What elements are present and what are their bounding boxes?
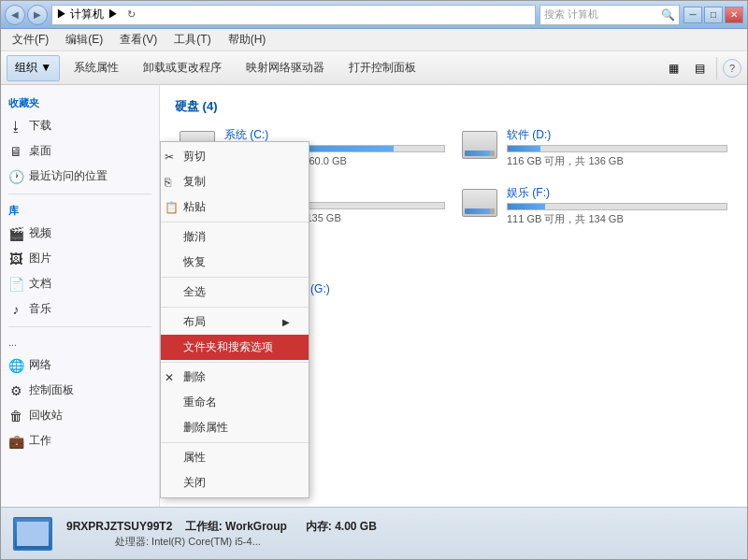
forward-button[interactable]: ▶ — [27, 5, 48, 25]
recycle-icon: 🗑 — [8, 409, 23, 424]
sidebar-item-download[interactable]: ⭳ 下载 — [1, 114, 159, 137]
view-list-button[interactable]: ▤ — [688, 58, 711, 79]
help-button[interactable]: ? — [723, 59, 741, 78]
sidebar-item-video[interactable]: 🎬 视频 — [1, 222, 159, 245]
dd-close-label: 关闭 — [183, 475, 206, 491]
dd-remove-props[interactable]: 删除属性 — [161, 415, 309, 440]
uninstall-button[interactable]: 卸载或更改程序 — [133, 55, 232, 81]
f-bar-bg — [465, 208, 495, 214]
cut-icon: ✂ — [165, 151, 174, 164]
dd-redo[interactable]: 恢复 — [161, 250, 309, 275]
window-controls: ─ □ ✕ — [683, 7, 743, 23]
dd-layout[interactable]: 布局 ▶ — [161, 309, 309, 335]
sidebar-item-video-label: 视频 — [29, 225, 51, 241]
search-icon[interactable]: 🔍 — [661, 8, 675, 22]
sidebar-item-documents[interactable]: 📄 文档 — [1, 272, 159, 295]
organize-button[interactable]: 组织 ▼ — [7, 55, 60, 81]
paste-icon: 📋 — [165, 201, 179, 214]
toolbar-right: ▦ ▤ ? — [662, 57, 741, 79]
dd-rename-label: 重命名 — [183, 395, 217, 410]
toolbar: 组织 ▼ 系统属性 卸载或更改程序 映射网络驱动器 打开控制面板 ▦ ▤ ? — [1, 51, 747, 85]
dd-copy-label: 复制 — [183, 174, 206, 190]
drive-d-space: 116 GB 可用，共 136 GB — [507, 154, 727, 168]
hard-disks-header: 硬盘 (4) — [175, 98, 732, 115]
computer-status-icon — [10, 513, 55, 554]
menu-tools[interactable]: 工具(T) — [166, 30, 218, 50]
dd-copy[interactable]: ⎘ 复制 — [161, 169, 309, 194]
hdd-shape-f — [462, 189, 497, 217]
dd-undo[interactable]: 撤消 — [161, 224, 309, 250]
sidebar-item-desktop[interactable]: 🖥 桌面 — [1, 139, 159, 163]
dd-folder-options[interactable]: 文件夹和搜索选项 — [161, 335, 309, 360]
dd-cut-label: 剪切 — [183, 149, 206, 165]
sidebar-item-recent[interactable]: 🕐 最近访问的位置 — [1, 165, 159, 188]
sidebar-item-music[interactable]: ♪ 音乐 — [1, 297, 159, 321]
memory-text: 内存: 4.00 GB — [306, 520, 377, 533]
sidebar-item-network-label: 网络 — [29, 357, 51, 373]
delete-icon: ✕ — [165, 371, 174, 384]
control-panel-icon: ⚙ — [8, 383, 23, 398]
drive-d-icon — [462, 131, 499, 165]
drive-d[interactable]: 软件 (D:) 116 GB 可用，共 136 GB — [457, 122, 732, 173]
processor-text: 处理器: Intel(R) Core(TM) i5-4... — [115, 536, 261, 547]
title-bar: ◀ ▶ ▶ 计算机 ▶ ↻ 搜索 计算机 🔍 ─ □ ✕ — [1, 1, 747, 29]
sidebar-item-network[interactable]: 🌐 网络 — [1, 353, 159, 377]
sidebar-item-pictures[interactable]: 🖼 图片 — [1, 247, 159, 270]
nav-buttons: ◀ ▶ — [5, 5, 48, 25]
menu-help[interactable]: 帮助(H) — [221, 30, 274, 50]
pictures-icon: 🖼 — [8, 251, 23, 266]
drive-f-icon — [462, 189, 499, 223]
refresh-button[interactable]: ↻ — [122, 6, 141, 24]
address-bar[interactable]: ▶ 计算机 ▶ ↻ — [51, 5, 536, 25]
dd-close[interactable]: 关闭 — [161, 470, 309, 495]
sidebar: 收藏夹 ⭳ 下载 🖥 桌面 🕐 最近访问的位置 库 🎬 视频 🖼 图片 — [1, 85, 160, 507]
status-info: 9RXPRJZTSUY99T2 工作组: WorkGroup 内存: 4.00 … — [66, 519, 738, 549]
desktop-icon: 🖥 — [8, 144, 23, 159]
menu-file[interactable]: 文件(F) — [5, 30, 56, 50]
control-panel-button[interactable]: 打开控制面板 — [338, 55, 426, 81]
dd-properties[interactable]: 属性 — [161, 445, 309, 470]
sidebar-item-work[interactable]: 💼 工作 — [1, 429, 159, 452]
network-icon: 🌐 — [8, 358, 23, 373]
sidebar-item-control-panel[interactable]: ⚙ 控制面板 — [1, 379, 159, 402]
sidebar-item-recycle-label: 回收站 — [29, 408, 63, 424]
back-button[interactable]: ◀ — [5, 5, 25, 25]
d-bar-fill — [465, 151, 490, 156]
dd-paste[interactable]: 📋 粘贴 — [161, 194, 309, 220]
dd-sep-5 — [161, 442, 309, 443]
dd-delete-label: 删除 — [183, 369, 206, 385]
content-area: 硬盘 (4) 系统 (C:) — [160, 85, 747, 507]
system-properties-button[interactable]: 系统属性 — [64, 55, 129, 81]
dd-delete[interactable]: ✕ 删除 — [161, 365, 309, 390]
dd-cut[interactable]: ✂ 剪切 — [161, 144, 309, 169]
search-bar[interactable]: 搜索 计算机 🔍 — [539, 5, 680, 25]
dd-properties-label: 属性 — [183, 450, 206, 466]
recent-icon: 🕐 — [8, 169, 23, 184]
download-icon: ⭳ — [8, 119, 23, 134]
dd-layout-label: 布局 — [183, 314, 206, 330]
main-area: 收藏夹 ⭳ 下载 🖥 桌面 🕐 最近访问的位置 库 🎬 视频 🖼 图片 — [1, 85, 747, 507]
copy-icon: ⎘ — [165, 176, 171, 189]
menu-view[interactable]: 查看(V) — [112, 30, 165, 50]
dd-select-all[interactable]: 全选 — [161, 280, 309, 305]
search-placeholder: 搜索 计算机 — [544, 7, 659, 22]
drive-f[interactable]: 娱乐 (F:) 111 GB 可用，共 134 GB — [457, 180, 732, 231]
close-button[interactable]: ✕ — [725, 7, 743, 23]
organize-dropdown: ✂ 剪切 ⎘ 复制 📋 粘贴 撤消 恢复 — [160, 141, 309, 498]
dd-redo-label: 恢复 — [183, 254, 206, 270]
workgroup-text: 工作组: WorkGroup — [185, 520, 287, 533]
map-drive-button[interactable]: 映射网络驱动器 — [236, 55, 335, 81]
dd-sep-1 — [161, 222, 309, 223]
view-icons-button[interactable]: ▦ — [662, 58, 684, 79]
dd-remove-props-label: 删除属性 — [183, 420, 228, 436]
menu-edit[interactable]: 编辑(E) — [58, 30, 110, 50]
drive-d-spacebar — [507, 145, 727, 152]
restore-button[interactable]: □ — [704, 7, 723, 23]
dd-rename[interactable]: 重命名 — [161, 390, 309, 415]
sidebar-computer-section: ... — [1, 333, 159, 352]
minimize-button[interactable]: ─ — [683, 7, 702, 23]
sidebar-item-recycle[interactable]: 🗑 回收站 — [1, 404, 159, 427]
monitor-screen — [17, 522, 49, 546]
hdd-shape-d — [462, 131, 497, 159]
sidebar-item-desktop-label: 桌面 — [29, 143, 51, 159]
